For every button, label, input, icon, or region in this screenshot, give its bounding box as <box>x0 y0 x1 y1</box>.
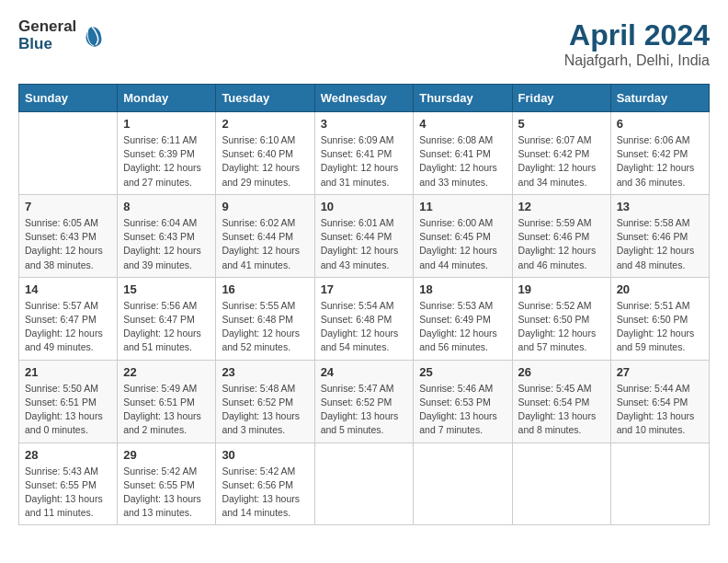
day-detail: Sunrise: 6:00 AM Sunset: 6:45 PM Dayligh… <box>419 216 506 272</box>
day-number: 18 <box>419 282 506 296</box>
day-number: 24 <box>321 365 408 379</box>
day-number: 7 <box>25 200 111 213</box>
logo: General Blue <box>18 18 105 52</box>
header-day-sunday: Sunday <box>19 85 118 112</box>
day-number: 6 <box>617 117 703 131</box>
day-cell-21: 21Sunrise: 5:50 AM Sunset: 6:51 PM Dayli… <box>19 360 118 442</box>
day-detail: Sunrise: 6:05 AM Sunset: 6:43 PM Dayligh… <box>25 216 111 272</box>
week-row-5: 28Sunrise: 5:43 AM Sunset: 6:55 PM Dayli… <box>19 442 710 525</box>
day-cell-23: 23Sunrise: 5:48 AM Sunset: 6:52 PM Dayli… <box>216 360 314 442</box>
calendar-header-row: SundayMondayTuesdayWednesdayThursdayFrid… <box>19 85 710 112</box>
day-detail: Sunrise: 5:44 AM Sunset: 6:54 PM Dayligh… <box>617 382 703 438</box>
day-detail: Sunrise: 5:59 AM Sunset: 6:46 PM Dayligh… <box>518 216 605 272</box>
day-number: 28 <box>25 448 111 462</box>
header-day-tuesday: Tuesday <box>216 85 314 112</box>
day-number: 13 <box>617 200 703 213</box>
day-cell-2: 2Sunrise: 6:10 AM Sunset: 6:40 PM Daylig… <box>216 112 314 195</box>
day-number: 30 <box>222 448 308 462</box>
day-detail: Sunrise: 5:51 AM Sunset: 6:50 PM Dayligh… <box>617 299 703 355</box>
day-number: 5 <box>518 117 605 131</box>
title-section: April 2024 Najafgarh, Delhi, India <box>564 18 710 69</box>
day-cell-5: 5Sunrise: 6:07 AM Sunset: 6:42 PM Daylig… <box>512 112 610 195</box>
header-day-thursday: Thursday <box>414 85 512 112</box>
header-day-monday: Monday <box>118 85 216 112</box>
day-cell-9: 9Sunrise: 6:02 AM Sunset: 6:44 PM Daylig… <box>216 194 314 277</box>
day-detail: Sunrise: 5:42 AM Sunset: 6:55 PM Dayligh… <box>123 465 210 521</box>
empty-cell <box>610 442 709 525</box>
day-detail: Sunrise: 5:48 AM Sunset: 6:52 PM Dayligh… <box>222 382 308 438</box>
day-cell-19: 19Sunrise: 5:52 AM Sunset: 6:50 PM Dayli… <box>512 277 610 360</box>
day-detail: Sunrise: 6:11 AM Sunset: 6:39 PM Dayligh… <box>123 133 210 190</box>
day-detail: Sunrise: 6:06 AM Sunset: 6:42 PM Dayligh… <box>617 133 703 190</box>
day-detail: Sunrise: 5:55 AM Sunset: 6:48 PM Dayligh… <box>222 299 308 355</box>
day-detail: Sunrise: 5:43 AM Sunset: 6:55 PM Dayligh… <box>25 465 111 521</box>
day-cell-14: 14Sunrise: 5:57 AM Sunset: 6:47 PM Dayli… <box>19 277 118 360</box>
day-detail: Sunrise: 6:01 AM Sunset: 6:44 PM Dayligh… <box>321 216 408 272</box>
day-cell-10: 10Sunrise: 6:01 AM Sunset: 6:44 PM Dayli… <box>314 194 414 277</box>
logo-icon <box>79 23 105 49</box>
day-number: 20 <box>617 282 703 296</box>
day-number: 29 <box>123 448 210 462</box>
day-detail: Sunrise: 5:57 AM Sunset: 6:47 PM Dayligh… <box>25 299 111 355</box>
day-detail: Sunrise: 5:53 AM Sunset: 6:49 PM Dayligh… <box>419 299 506 355</box>
day-detail: Sunrise: 5:58 AM Sunset: 6:46 PM Dayligh… <box>617 216 703 272</box>
day-cell-15: 15Sunrise: 5:56 AM Sunset: 6:47 PM Dayli… <box>118 277 216 360</box>
day-detail: Sunrise: 5:47 AM Sunset: 6:52 PM Dayligh… <box>321 382 408 438</box>
day-detail: Sunrise: 6:04 AM Sunset: 6:43 PM Dayligh… <box>123 216 210 272</box>
day-detail: Sunrise: 5:49 AM Sunset: 6:51 PM Dayligh… <box>123 382 210 438</box>
week-row-4: 21Sunrise: 5:50 AM Sunset: 6:51 PM Dayli… <box>19 360 710 442</box>
day-number: 10 <box>321 200 408 213</box>
logo-general: General <box>18 18 76 36</box>
day-number: 17 <box>321 282 408 296</box>
week-row-2: 7Sunrise: 6:05 AM Sunset: 6:43 PM Daylig… <box>19 194 710 277</box>
header-day-wednesday: Wednesday <box>314 85 414 112</box>
day-number: 23 <box>222 365 308 379</box>
day-detail: Sunrise: 5:52 AM Sunset: 6:50 PM Dayligh… <box>518 299 605 355</box>
day-number: 8 <box>123 200 210 213</box>
day-cell-4: 4Sunrise: 6:08 AM Sunset: 6:41 PM Daylig… <box>414 112 512 195</box>
day-number: 3 <box>321 117 408 131</box>
day-detail: Sunrise: 5:45 AM Sunset: 6:54 PM Dayligh… <box>518 382 605 438</box>
day-cell-7: 7Sunrise: 6:05 AM Sunset: 6:43 PM Daylig… <box>19 194 118 277</box>
day-cell-25: 25Sunrise: 5:46 AM Sunset: 6:53 PM Dayli… <box>414 360 512 442</box>
header-day-friday: Friday <box>512 85 610 112</box>
empty-cell <box>414 442 512 525</box>
day-cell-8: 8Sunrise: 6:04 AM Sunset: 6:43 PM Daylig… <box>118 194 216 277</box>
day-cell-12: 12Sunrise: 5:59 AM Sunset: 6:46 PM Dayli… <box>512 194 610 277</box>
week-row-1: 1Sunrise: 6:11 AM Sunset: 6:39 PM Daylig… <box>19 112 710 195</box>
day-number: 16 <box>222 282 308 296</box>
day-cell-3: 3Sunrise: 6:09 AM Sunset: 6:41 PM Daylig… <box>314 112 414 195</box>
day-number: 12 <box>518 200 605 213</box>
day-number: 19 <box>518 282 605 296</box>
day-detail: Sunrise: 6:09 AM Sunset: 6:41 PM Dayligh… <box>321 133 408 190</box>
day-detail: Sunrise: 6:07 AM Sunset: 6:42 PM Dayligh… <box>518 133 605 190</box>
day-detail: Sunrise: 5:54 AM Sunset: 6:48 PM Dayligh… <box>321 299 408 355</box>
empty-cell <box>314 442 414 525</box>
logo-blue: Blue <box>18 36 52 53</box>
day-number: 14 <box>25 282 111 296</box>
day-detail: Sunrise: 5:50 AM Sunset: 6:51 PM Dayligh… <box>25 382 111 438</box>
day-number: 27 <box>617 365 703 379</box>
day-cell-28: 28Sunrise: 5:43 AM Sunset: 6:55 PM Dayli… <box>19 442 118 525</box>
day-number: 22 <box>123 365 210 379</box>
day-number: 21 <box>25 365 111 379</box>
day-detail: Sunrise: 5:46 AM Sunset: 6:53 PM Dayligh… <box>419 382 506 438</box>
day-cell-13: 13Sunrise: 5:58 AM Sunset: 6:46 PM Dayli… <box>610 194 709 277</box>
day-cell-24: 24Sunrise: 5:47 AM Sunset: 6:52 PM Dayli… <box>314 360 414 442</box>
day-number: 26 <box>518 365 605 379</box>
page-header: General Blue April 2024 Najafgarh, Delhi… <box>18 18 710 69</box>
day-detail: Sunrise: 5:56 AM Sunset: 6:47 PM Dayligh… <box>123 299 210 355</box>
day-number: 1 <box>123 117 210 131</box>
day-cell-16: 16Sunrise: 5:55 AM Sunset: 6:48 PM Dayli… <box>216 277 314 360</box>
day-number: 2 <box>222 117 308 131</box>
location-subtitle: Najafgarh, Delhi, India <box>564 52 710 69</box>
day-cell-18: 18Sunrise: 5:53 AM Sunset: 6:49 PM Dayli… <box>414 277 512 360</box>
day-cell-26: 26Sunrise: 5:45 AM Sunset: 6:54 PM Dayli… <box>512 360 610 442</box>
day-detail: Sunrise: 6:10 AM Sunset: 6:40 PM Dayligh… <box>222 133 308 190</box>
day-cell-17: 17Sunrise: 5:54 AM Sunset: 6:48 PM Dayli… <box>314 277 414 360</box>
day-cell-20: 20Sunrise: 5:51 AM Sunset: 6:50 PM Dayli… <box>610 277 709 360</box>
day-number: 15 <box>123 282 210 296</box>
day-cell-1: 1Sunrise: 6:11 AM Sunset: 6:39 PM Daylig… <box>118 112 216 195</box>
day-detail: Sunrise: 6:02 AM Sunset: 6:44 PM Dayligh… <box>222 216 308 272</box>
empty-cell <box>512 442 610 525</box>
